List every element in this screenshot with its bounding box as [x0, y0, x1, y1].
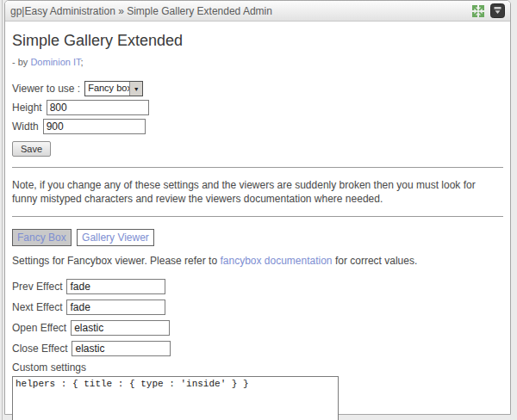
page-title: Simple Gallery Extended — [12, 32, 503, 50]
dialog-titlebar: gp|Easy Administration » Simple Gallery … — [5, 1, 510, 22]
page-edge-divider — [2, 0, 3, 420]
open-effect-label: Open Effect — [12, 322, 66, 334]
viewer-select[interactable]: Fancy box ▼ — [84, 81, 143, 96]
next-effect-row: Next Effect — [12, 300, 503, 315]
admin-dialog: gp|Easy Administration » Simple Gallery … — [4, 0, 511, 415]
breadcrumb: gp|Easy Administration » Simple Gallery … — [10, 5, 470, 17]
fancybox-docs-link[interactable]: fancybox documentation — [220, 255, 332, 267]
open-effect-input[interactable] — [71, 320, 170, 336]
close-effect-label: Close Effect — [12, 343, 67, 355]
height-label: Height — [12, 102, 42, 114]
settings-intro: Settings for Fancybox viewer. Please ref… — [12, 255, 503, 267]
dialog-content: Simple Gallery Extended - by Dominion IT… — [5, 22, 510, 420]
note-text: Note, if you change any of these setting… — [12, 178, 503, 206]
byline-prefix: - by — [12, 57, 30, 67]
toolbar-toggle-icon[interactable] — [489, 3, 505, 19]
effects-form: Prev Effect Next Effect Open Effect Clos… — [12, 279, 503, 356]
width-input[interactable] — [43, 119, 146, 134]
viewer-tabs: Fancy Box Gallery Viewer — [12, 229, 503, 246]
chevron-down-icon: ▼ — [129, 82, 142, 96]
close-effect-row: Close Effect — [12, 341, 503, 356]
expand-arrows-icon[interactable] — [470, 3, 486, 19]
viewer-row: Viewer to use : Fancy box ▼ — [12, 81, 503, 96]
viewer-select-value: Fancy box — [85, 82, 129, 96]
next-effect-input[interactable] — [66, 300, 165, 315]
next-effect-label: Next Effect — [12, 301, 62, 313]
settings-intro-suffix: for correct values. — [333, 255, 418, 267]
tab-gallery-viewer[interactable]: Gallery Viewer — [77, 229, 154, 246]
author-link[interactable]: Dominion IT — [30, 57, 80, 67]
tab-fancybox[interactable]: Fancy Box — [12, 229, 72, 246]
byline-suffix: ; — [80, 57, 83, 67]
save-button[interactable]: Save — [12, 141, 51, 157]
close-effect-input[interactable] — [72, 341, 171, 356]
settings-intro-prefix: Settings for Fancybox viewer. Please ref… — [12, 255, 220, 267]
prev-effect-row: Prev Effect — [12, 279, 503, 294]
width-label: Width — [12, 120, 39, 133]
height-input[interactable] — [47, 100, 149, 115]
custom-settings-textarea[interactable]: helpers : { title : { type : 'inside' } … — [12, 376, 339, 420]
height-row: Height — [12, 100, 503, 115]
prev-effect-label: Prev Effect — [12, 281, 62, 293]
prev-effect-input[interactable] — [66, 279, 165, 294]
custom-settings-label: Custom settings — [12, 361, 503, 374]
divider — [12, 167, 503, 168]
open-effect-row: Open Effect — [12, 320, 503, 336]
viewer-label: Viewer to use : — [12, 83, 80, 95]
divider — [12, 216, 503, 217]
titlebar-icons — [470, 3, 505, 19]
byline: - by Dominion IT; — [12, 57, 503, 67]
width-row: Width — [12, 119, 503, 134]
